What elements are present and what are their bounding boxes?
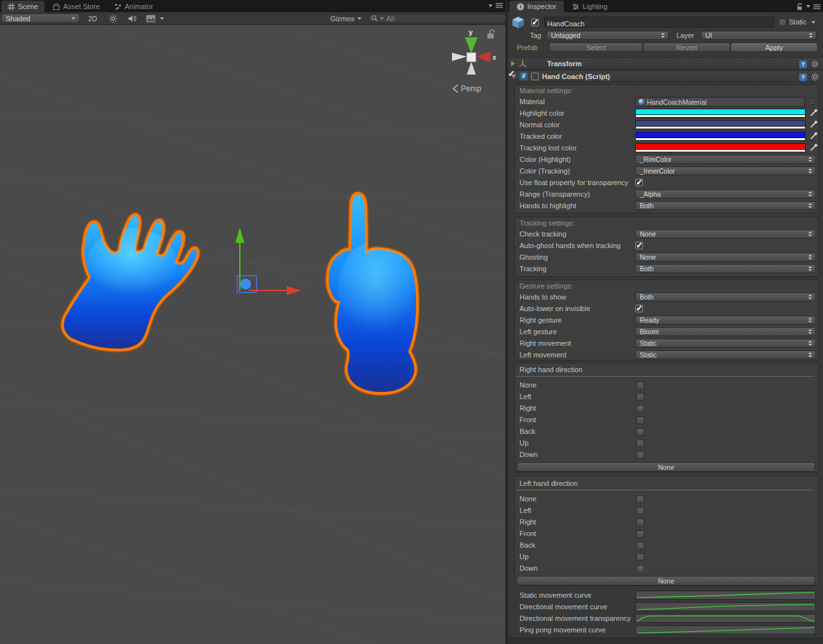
tab-lighting[interactable]: Lighting <box>566 1 614 12</box>
eyedropper-icon[interactable] <box>809 143 818 152</box>
prefab-revert-button[interactable]: Revert <box>643 42 730 52</box>
right-hand-direction-button[interactable]: None <box>517 462 815 472</box>
left-hand-direction-button[interactable]: None <box>517 576 815 586</box>
scene-lighting-toggle[interactable] <box>105 13 121 23</box>
hand-coach-component-header[interactable]: Hand Coach (Script) <box>508 70 823 82</box>
left-gesture-dropdown[interactable]: Bloom <box>635 327 816 336</box>
right-movement-dropdown[interactable]: Static <box>635 339 816 348</box>
right-up-checkbox[interactable] <box>637 440 644 447</box>
scene-search-input[interactable] <box>385 14 503 23</box>
y-axis-cone[interactable] <box>465 37 478 53</box>
left-left-checkbox[interactable] <box>637 507 644 515</box>
right-down-checkbox[interactable] <box>637 451 644 459</box>
help-icon[interactable] <box>799 60 807 68</box>
hands-to-highlight-dropdown[interactable]: Both <box>635 201 816 210</box>
gizmo-x-axis-arrow[interactable] <box>287 286 301 295</box>
material-object-field[interactable]: HandCoachMaterial <box>635 97 805 107</box>
scene-audio-toggle[interactable] <box>124 13 140 23</box>
gear-icon[interactable] <box>811 60 819 68</box>
color-tracking-dropdown[interactable]: _InnerColor <box>635 166 816 175</box>
ghosting-dropdown[interactable]: None <box>635 253 816 262</box>
right-none-checkbox[interactable] <box>637 382 644 389</box>
help-icon[interactable] <box>799 73 807 81</box>
auto-ghost-checkbox[interactable] <box>635 242 643 249</box>
inspector-dropdown-icon[interactable] <box>806 5 810 8</box>
inspector-lock-icon[interactable] <box>796 3 803 10</box>
object-picker-icon[interactable] <box>809 98 816 105</box>
left-down-checkbox[interactable] <box>637 565 644 573</box>
scene-viewport[interactable]: y x Persp <box>0 24 505 644</box>
left-axis-cone[interactable] <box>452 53 467 61</box>
normal-color-swatch[interactable] <box>635 120 806 129</box>
eyedropper-icon[interactable] <box>809 120 818 129</box>
eyedropper-icon[interactable] <box>809 132 818 140</box>
transform-component-header[interactable]: Transform <box>508 57 823 69</box>
tag-dropdown[interactable]: Untagged <box>547 31 669 40</box>
inspector-menu-icon[interactable] <box>813 4 820 10</box>
tab-scene[interactable]: Scene <box>1 1 44 12</box>
auto-lower-checkbox[interactable] <box>635 305 643 312</box>
x-axis-cone[interactable] <box>476 51 491 62</box>
foldout-arrow-icon[interactable] <box>511 61 515 66</box>
gear-icon[interactable] <box>811 73 819 81</box>
tracked-color-swatch[interactable] <box>635 132 806 141</box>
right-back-checkbox[interactable] <box>637 428 644 436</box>
effects-dropdown[interactable] <box>158 13 166 23</box>
gizmo-y-axis-arrow[interactable] <box>235 228 244 243</box>
tab-animator[interactable]: Animator <box>108 1 159 12</box>
prefab-apply-button[interactable]: Apply <box>730 42 818 52</box>
static-checkbox[interactable] <box>779 19 786 26</box>
left-movement-dropdown[interactable]: Static <box>635 350 816 359</box>
right-hand-mesh[interactable] <box>327 193 417 393</box>
right-gesture-dropdown[interactable]: Ready <box>635 316 816 325</box>
scene-effects-toggle[interactable] <box>143 13 158 23</box>
lock-icon[interactable] <box>487 30 494 39</box>
right-left-checkbox[interactable] <box>637 393 644 401</box>
gameobject-name-field[interactable] <box>544 17 774 28</box>
highlight-color-swatch[interactable] <box>635 109 806 118</box>
left-none-checkbox[interactable] <box>637 496 644 503</box>
scene-panel-dropdown-icon[interactable] <box>489 4 493 7</box>
option-back-label: Back <box>520 427 633 435</box>
prefab-select-button[interactable]: Select <box>549 42 643 52</box>
down-axis-cone[interactable] <box>467 62 476 75</box>
component-enabled-checkbox[interactable] <box>531 73 539 80</box>
2d-toggle-button[interactable]: 2D <box>84 13 102 23</box>
check-tracking-dropdown[interactable]: None <box>635 229 816 238</box>
right-right-checkbox[interactable] <box>637 405 644 413</box>
gameobject-name-input[interactable] <box>545 19 773 29</box>
tracking-dropdown[interactable]: Both <box>635 264 816 273</box>
move-tool-gizmo[interactable] <box>235 228 301 295</box>
tracking-lost-color-swatch[interactable] <box>635 143 806 152</box>
gizmo-center-handle[interactable] <box>240 279 251 290</box>
left-hand-mesh[interactable] <box>62 215 198 350</box>
shading-mode-dropdown[interactable]: Shaded <box>1 13 80 23</box>
gizmo-cube[interactable] <box>467 53 476 62</box>
scene-search-field[interactable] <box>368 13 507 23</box>
range-transparency-dropdown[interactable]: _Alpha <box>635 190 816 199</box>
static-dropdown-icon[interactable] <box>811 21 815 24</box>
right-front-checkbox[interactable] <box>637 416 644 424</box>
popup-arrows-icon <box>808 318 813 323</box>
directional-movement-curve-field[interactable] <box>635 602 816 611</box>
view-orientation-gizmo[interactable]: y x Persp <box>452 28 496 93</box>
pingpong-movement-curve-field[interactable] <box>635 625 816 634</box>
gizmos-dropdown[interactable]: Gizmos <box>327 13 365 23</box>
eyedropper-icon[interactable] <box>809 109 818 117</box>
use-float-property-checkbox[interactable] <box>635 179 643 186</box>
color-highlight-dropdown[interactable]: _RimColor <box>635 155 816 164</box>
left-front-checkbox[interactable] <box>637 530 644 538</box>
projection-mode[interactable]: Persp <box>453 84 482 93</box>
left-back-checkbox[interactable] <box>637 542 644 550</box>
option-back-label: Back <box>520 541 633 549</box>
left-right-checkbox[interactable] <box>637 519 644 526</box>
scene-panel-menu-icon[interactable] <box>496 3 503 8</box>
tab-inspector[interactable]: Inspector <box>509 1 564 12</box>
static-movement-curve-field[interactable] <box>635 591 816 600</box>
gameobject-active-checkbox[interactable] <box>531 19 539 26</box>
left-up-checkbox[interactable] <box>637 553 644 561</box>
layer-dropdown[interactable]: UI <box>701 31 817 40</box>
hands-to-show-dropdown[interactable]: Both <box>635 292 816 301</box>
directional-transparency-curve-field[interactable] <box>635 614 816 623</box>
tab-asset-store[interactable]: Asset Store <box>46 1 106 12</box>
